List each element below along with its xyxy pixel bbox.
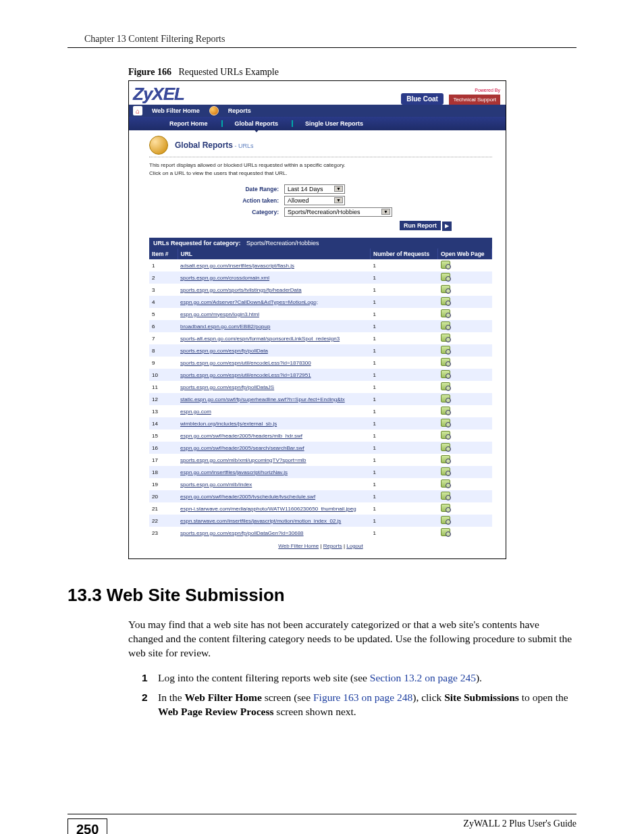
url-link[interactable]: espn.go.com/swf/header2005/search/search… [180, 445, 304, 451]
cell-item: 22 [149, 515, 178, 527]
run-report-button[interactable]: Run Report [400, 221, 441, 230]
url-link[interactable]: sports.espn.go.com/espn/util/encodeLess?… [180, 372, 311, 378]
tab-single-user-reports[interactable]: Single User Reports [292, 119, 377, 128]
col-requests: Number of Requests [371, 249, 438, 259]
cell-requests: 1 [371, 466, 438, 478]
open-web-page-icon[interactable] [441, 334, 450, 342]
open-web-page-icon[interactable] [441, 382, 450, 390]
action-taken-select[interactable]: Allowed [284, 196, 345, 205]
open-web-page-icon[interactable] [441, 297, 450, 305]
table-row: 2sports.espn.go.com/crossdomain.xml1 [149, 271, 492, 284]
url-link[interactable]: espn-i.starwave.com/media/apphoto/WATW11… [180, 506, 356, 512]
step1-link[interactable]: Section 13.2 on page 245 [370, 672, 476, 683]
url-link[interactable]: sports.espn.go.com/espn/fp/pollData [180, 348, 268, 354]
open-web-page-icon[interactable] [441, 431, 450, 439]
zyxel-logo: ZyXEL [133, 84, 184, 105]
open-web-page-icon[interactable] [441, 346, 450, 354]
url-link[interactable]: espn.go.com/myespn/login3.html [180, 311, 259, 317]
cell-requests: 1 [371, 369, 438, 381]
cell-item: 2 [149, 271, 178, 284]
home-icon[interactable]: ⌂ [133, 106, 142, 115]
primary-tabs: ⌂ Web Filter Home Reports [129, 105, 506, 117]
url-link[interactable]: sports.espn.go.com/crossdomain.xml [180, 275, 269, 281]
open-web-page-icon[interactable] [441, 443, 450, 451]
tab-report-home[interactable]: Report Home [156, 119, 221, 128]
cell-item: 10 [149, 369, 178, 381]
url-link[interactable]: espn.go.com/swf/header2005/headers/mlb_h… [180, 433, 302, 439]
open-web-page-icon[interactable] [441, 321, 450, 330]
secondary-tabs: Report Home Global Reports Single User R… [129, 117, 506, 130]
open-web-page-icon[interactable] [441, 309, 450, 317]
url-link[interactable]: broadband.espn.go.com/EBB2/popup [180, 323, 270, 330]
table-row: 18espn.go.com/insertfiles/javascript/hor… [149, 466, 492, 478]
open-web-page-icon[interactable] [441, 516, 450, 524]
open-web-page-icon[interactable] [441, 419, 450, 427]
open-web-page-icon[interactable] [441, 273, 450, 281]
tech-support-link[interactable]: Technical Support [449, 95, 500, 105]
cell-item: 14 [149, 417, 178, 429]
open-web-page-icon[interactable] [441, 358, 450, 366]
cell-item: 7 [149, 332, 178, 344]
open-web-page-icon[interactable] [441, 407, 450, 415]
tab-reports[interactable]: Reports [224, 106, 255, 115]
url-link[interactable]: static.espn.go.com/swf/fp/superheadline.… [180, 396, 345, 402]
open-web-page-icon[interactable] [441, 261, 450, 269]
col-item: Item # [149, 249, 178, 259]
action-taken-label: Action taken: [149, 197, 284, 204]
open-web-page-icon[interactable] [441, 394, 450, 402]
cell-requests: 1 [371, 502, 438, 515]
open-web-page-icon[interactable] [441, 455, 450, 463]
url-link[interactable]: sports.espn.go.com/espn/util/encodeLess?… [180, 360, 311, 366]
footer-link-home[interactable]: Web Filter Home [278, 543, 319, 549]
bluecoat-badge: Blue Coat [401, 93, 444, 105]
table-row: 17sports.espn.go.com/mlb/xml/upcomingTV?… [149, 454, 492, 466]
url-link[interactable]: espn.go.com [180, 409, 211, 415]
url-link[interactable]: adsatt.espn.go.com/insertfiles/javascrip… [180, 263, 294, 269]
globe-icon [149, 136, 168, 155]
cell-item: 17 [149, 454, 178, 466]
url-link[interactable]: sports.espn.go.com/mlb/index [180, 481, 252, 488]
cell-requests: 1 [371, 344, 438, 357]
step2-link[interactable]: Figure 163 on page 248 [313, 692, 412, 703]
open-web-page-icon[interactable] [441, 479, 450, 488]
step-number: 2 [142, 691, 158, 719]
cell-item: 8 [149, 344, 178, 357]
open-web-page-icon[interactable] [441, 504, 450, 512]
url-link[interactable]: sports.espn.go.com/sports/tvlistings/fp/… [180, 287, 302, 293]
url-link[interactable]: espn.go.com/insertfiles/javascript/horiz… [180, 469, 288, 475]
url-link[interactable]: sports.espn.go.com/espn/fp/pollDataJS [180, 384, 274, 390]
open-web-page-icon[interactable] [441, 528, 450, 536]
url-link[interactable]: wimbledon.org/includes/js/external_sb.js [180, 421, 277, 427]
footer-link-reports[interactable]: Reports [323, 543, 342, 549]
open-web-page-icon[interactable] [441, 370, 450, 378]
url-link[interactable]: espn.go.com/swf/header2005/tvschedule/tv… [180, 494, 315, 500]
open-web-page-icon[interactable] [441, 467, 450, 475]
chapter-header: Chapter 13 Content Filtering Reports [84, 34, 576, 45]
table-row: 9sports.espn.go.com/espn/util/encodeLess… [149, 357, 492, 369]
footer-links: Web Filter Home | Reports | Logout [149, 539, 492, 556]
page-footer: 250 ZyWALL 2 Plus User's Guide [68, 814, 576, 834]
run-report-arrow-icon[interactable]: ▶ [442, 221, 452, 231]
open-web-page-icon[interactable] [441, 285, 450, 293]
step-2: 2 In the Web Filter Home screen (see Fig… [142, 691, 576, 719]
cell-item: 19 [149, 478, 178, 490]
powered-by-label: Powered By [475, 88, 500, 93]
date-range-select[interactable]: Last 14 Days [284, 184, 345, 194]
url-link[interactable]: sports.espn.go.com/mlb/xml/upcomingTV?sp… [180, 457, 306, 463]
tab-global-reports[interactable]: Global Reports [221, 119, 292, 128]
table-row: 19sports.espn.go.com/mlb/index1 [149, 478, 492, 490]
cell-item: 18 [149, 466, 178, 478]
table-row: 11sports.espn.go.com/espn/fp/pollDataJS1 [149, 381, 492, 393]
url-link[interactable]: espn.go.com/Adserver?CallDown&AdTypes=Mo… [180, 299, 318, 305]
open-web-page-icon[interactable] [441, 492, 450, 500]
table-row: 6broadband.espn.go.com/EBB2/popup1 [149, 320, 492, 332]
footer-link-logout[interactable]: Logout [346, 543, 363, 549]
url-link[interactable]: espn.starwave.com/insertfiles/javascript… [180, 518, 341, 524]
cell-requests: 1 [371, 259, 438, 271]
url-link[interactable]: sports.espn.go.com/espn/fp/pollDataGen?i… [180, 530, 304, 536]
tab-web-filter-home[interactable]: Web Filter Home [148, 106, 204, 115]
url-link[interactable]: sports-att.espn.go.com/espn/format/spons… [180, 336, 340, 342]
cell-item: 4 [149, 296, 178, 308]
reports-tab-icon [209, 106, 219, 115]
category-select[interactable]: Sports/Recreation/Hobbies [284, 207, 392, 217]
